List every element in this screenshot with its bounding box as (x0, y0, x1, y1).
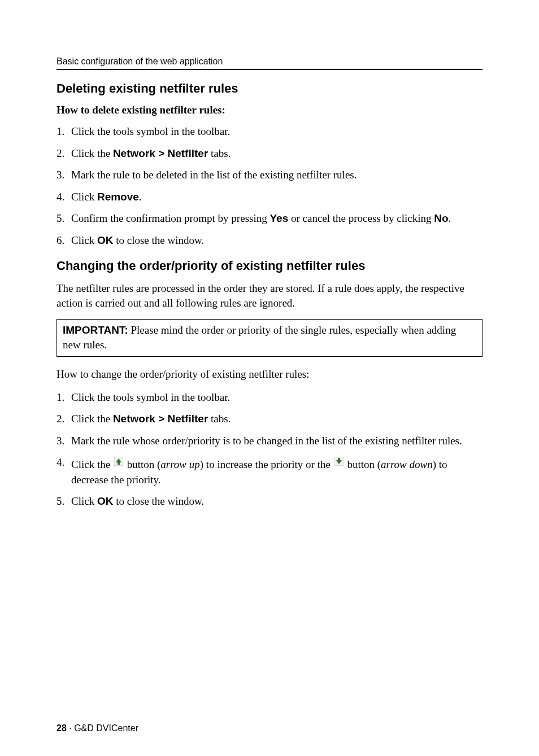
page-footer: 28 · G&D DVICenter (56, 723, 483, 733)
step-text: ) to increase the priority or the (200, 458, 333, 470)
step-text: Click the (71, 458, 113, 470)
list-item: Confirm the confirmation prompt by press… (56, 211, 483, 226)
step-text: Click (71, 495, 97, 507)
list-item: Click OK to close the window. (56, 494, 483, 509)
heading-changing-priority: Changing the order/priority of existing … (56, 259, 483, 273)
step-text: tabs. (208, 147, 231, 159)
icon-name: arrow down (381, 458, 433, 470)
ui-label: OK (97, 495, 114, 507)
step-text: or cancel the process by clicking (288, 212, 434, 224)
footer-sep: · (67, 723, 74, 733)
ui-label: Network > Netfilter (113, 147, 208, 159)
page-number: 28 (56, 723, 67, 733)
step-text: . (449, 212, 451, 224)
arrow-up-icon (114, 455, 123, 470)
intro-paragraph: The netfilter rules are processed in the… (56, 281, 483, 311)
list-item: Click the tools symbol in the toolbar. (56, 124, 483, 139)
list-item: Mark the rule to be deleted in the list … (56, 168, 483, 183)
arrow-down-icon (334, 455, 344, 470)
step-text: Confirm the confirmation prompt by press… (71, 212, 270, 224)
ui-label: OK (97, 234, 114, 246)
step-text: Click the (71, 413, 113, 425)
ui-label: No (434, 212, 448, 224)
list-item: Click the Network > Netfilter tabs. (56, 412, 483, 427)
product-name: G&D DVICenter (74, 723, 138, 733)
list-item: Click the tools symbol in the toolbar. (56, 390, 483, 405)
important-note: IMPORTANT: Please mind the order or prio… (56, 319, 483, 357)
subheading-how-to-delete: How to delete existing netfilter rules: (56, 104, 483, 116)
step-text: . (139, 191, 142, 203)
howto-line: How to change the order/priority of exis… (56, 367, 483, 382)
list-item: Click the Network > Netfilter tabs. (56, 146, 483, 161)
ui-label: Remove (97, 191, 139, 203)
ui-label: Network > Netfilter (113, 413, 208, 425)
step-text: tabs. (208, 413, 231, 425)
step-text: to close the window. (113, 495, 204, 507)
important-label: IMPORTANT: (63, 324, 128, 336)
steps-delete-rules: Click the tools symbol in the toolbar. C… (56, 124, 483, 248)
list-item: Mark the rule whose order/priority is to… (56, 434, 483, 449)
step-text: button ( (127, 458, 161, 470)
step-text: Click the (71, 147, 113, 159)
step-text: Click (71, 191, 97, 203)
steps-change-priority: Click the tools symbol in the toolbar. C… (56, 390, 483, 509)
step-text: button ( (347, 458, 381, 470)
step-text: to close the window. (113, 234, 204, 246)
heading-deleting-rules: Deleting existing netfilter rules (56, 81, 483, 96)
list-item: Click the button (arrow up) to increase … (56, 455, 483, 487)
list-item: Click Remove. (56, 190, 483, 205)
running-header: Basic configuration of the web applicati… (56, 56, 483, 70)
ui-label: Yes (270, 212, 288, 224)
list-item: Click OK to close the window. (56, 233, 483, 248)
step-text: Click (71, 234, 97, 246)
icon-name: arrow up (160, 458, 200, 470)
